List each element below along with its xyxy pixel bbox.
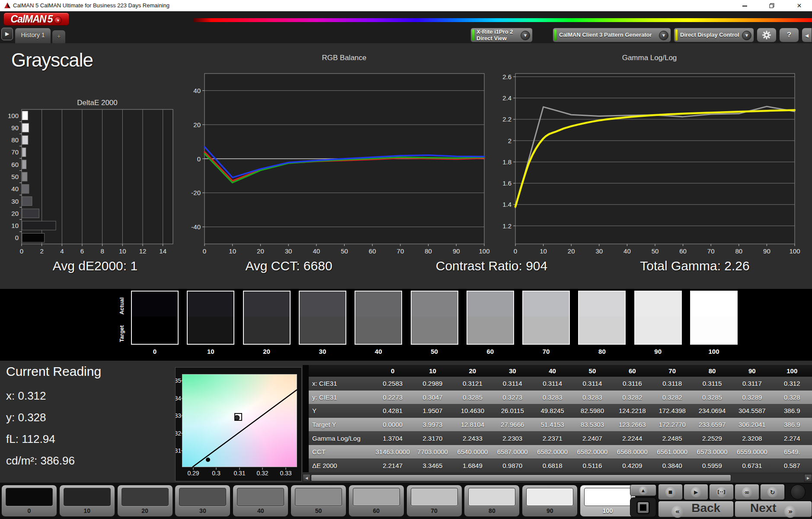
target-swatch — [523, 317, 569, 344]
pattern-button-50[interactable]: 50 — [291, 485, 346, 517]
table-cell: 26.0115 — [492, 407, 532, 414]
nav-play-icon: ▶ — [5, 31, 9, 37]
table-cell: 0.3840 — [652, 462, 692, 469]
table-cell: 2.2147 — [373, 462, 412, 469]
pattern-button-80[interactable]: 80 — [464, 485, 520, 517]
tab-add-button[interactable]: + — [52, 30, 66, 43]
back-label: Back — [691, 501, 720, 515]
pattern-button-10[interactable]: 10 — [59, 485, 115, 517]
svg-text:0.33: 0.33 — [176, 412, 181, 419]
deltae-chart: 100908070605040302010002468101214 — [8, 109, 173, 255]
display-control-button[interactable]: Direct Display Control ▼ — [674, 28, 754, 42]
svg-text:50: 50 — [11, 173, 19, 180]
svg-text:70: 70 — [11, 148, 19, 156]
settings-button[interactable] — [757, 28, 777, 42]
close-icon: × — [797, 1, 802, 10]
restore-button[interactable] — [762, 0, 781, 11]
svg-text:4: 4 — [60, 247, 64, 255]
table-cell: 2.2244 — [612, 435, 652, 442]
stop-button[interactable]: ■ — [658, 484, 683, 500]
pattern-generator-button[interactable]: CalMAN Client 3 Pattern Generator ▼ — [553, 28, 671, 42]
calman-app-icon — [3, 2, 11, 11]
pattern-level-label: 70 — [407, 507, 462, 514]
window-titlebar: CalMAN 5 CalMAN Ultimate for Business 22… — [0, 0, 812, 11]
svg-text:40: 40 — [193, 87, 201, 94]
pattern-button-100[interactable]: 100 — [580, 485, 636, 517]
svg-text:0.29: 0.29 — [187, 470, 199, 477]
table-cell: 1.6849 — [453, 462, 492, 469]
pattern-button-70[interactable]: 70 — [406, 485, 462, 517]
table-scrollbar[interactable]: ◀ ▶ — [303, 474, 812, 482]
minimize-button[interactable] — [735, 0, 754, 11]
pattern-button-60[interactable]: 60 — [348, 485, 404, 517]
table-cell: 2.2407 — [572, 435, 612, 442]
reading-fl: fL: 112.94 — [6, 432, 55, 446]
charts-canvas: 10090807060504030201000246810121440200-2… — [0, 43, 812, 289]
table-cell: 3.9973 — [412, 421, 452, 428]
svg-text:100: 100 — [479, 247, 489, 255]
svg-text:90: 90 — [11, 124, 19, 131]
scrollbar-thumb[interactable] — [311, 474, 731, 481]
table-row: CCT31463.00007703.00006540.00006587.0000… — [309, 445, 812, 459]
actual-row-label: Actual — [118, 298, 125, 315]
step-button[interactable]: [··] — [709, 484, 734, 500]
swatch-level-label: 70 — [522, 348, 570, 355]
row-label: ΔE 2000 — [309, 462, 373, 469]
swatch-level-label: 10 — [187, 348, 234, 355]
pattern-window-button[interactable] — [630, 497, 656, 517]
current-reading-title: Current Reading — [6, 364, 101, 379]
actual-swatch — [635, 292, 681, 317]
pattern-level-label: 90 — [522, 507, 577, 514]
table-cell: 2.3208 — [732, 435, 772, 442]
table-cell: 0.4209 — [612, 462, 652, 469]
close-button[interactable]: × — [790, 0, 809, 11]
workflow-nav-button[interactable]: ▶ — [1, 28, 13, 40]
table-cell: 124.2218 — [612, 407, 652, 414]
pattern-button-90[interactable]: 90 — [522, 485, 578, 517]
svg-text:14: 14 — [159, 247, 166, 255]
pattern-button-0[interactable]: 0 — [1, 485, 57, 517]
pattern-button-40[interactable]: 40 — [233, 485, 288, 517]
step-icon: [··] — [716, 487, 727, 497]
help-button[interactable]: ? — [779, 28, 799, 42]
window-title: CalMAN 5 CalMAN Ultimate for Business 22… — [13, 2, 169, 9]
measurement-table: 0102030405060708090100x: CIE310.25830.29… — [309, 365, 812, 473]
pattern-up-button[interactable]: ▲ — [630, 484, 656, 496]
table-cell: 1.9507 — [412, 407, 452, 414]
table-cell: 0.3273 — [492, 394, 532, 401]
column-header-0: 0 — [373, 367, 412, 375]
pattern-button-30[interactable]: 30 — [175, 485, 230, 517]
pattern-button-20[interactable]: 20 — [117, 485, 173, 517]
collapse-panel-button[interactable]: ◀ — [802, 28, 812, 42]
calman-logo-button[interactable]: CalMAN5▼ — [3, 13, 69, 26]
scroll-right-button[interactable]: ▶ — [804, 474, 812, 482]
scroll-left-button[interactable]: ◀ — [303, 474, 310, 482]
table-cell: 6582.0000 — [532, 448, 572, 455]
back-button[interactable]: « Back — [658, 501, 734, 517]
pattern-generator-label: CalMAN Client 3 Pattern Generator — [559, 32, 652, 38]
svg-text:100: 100 — [8, 112, 19, 119]
svg-text:20: 20 — [193, 121, 201, 128]
actual-swatch — [132, 292, 178, 317]
swatch-level-label: 60 — [467, 348, 514, 355]
next-label: Next — [750, 501, 777, 515]
grayscale-swatch-30 — [299, 291, 346, 345]
table-cell: 172.4398 — [652, 407, 692, 414]
play-button[interactable]: ▶ — [684, 484, 708, 500]
grayscale-swatch-100 — [690, 291, 738, 345]
refresh-button[interactable]: ↻ — [760, 484, 785, 500]
actual-swatch — [691, 292, 737, 317]
logo-version: 5 — [48, 13, 53, 25]
tab-history-1[interactable]: History 1 — [15, 28, 51, 43]
meter-select-button[interactable]: X-Rite i1Pro 2 Direct View ▼ — [470, 28, 533, 42]
table-cell: 31463.0000 — [373, 448, 412, 455]
loop-button[interactable]: ∞ — [735, 484, 759, 500]
next-button[interactable]: Next » — [735, 501, 812, 517]
table-cell: 234.0694 — [692, 407, 732, 414]
restore-icon — [769, 3, 774, 8]
table-cell: 0.0000 — [373, 421, 412, 428]
loop-icon: ∞ — [742, 487, 752, 497]
svg-text:2: 2 — [508, 137, 511, 144]
lower-panel: Current Reading x: 0.312 y: 0.328 fL: 11… — [0, 361, 812, 483]
rgb_balance-chart: 40200-20-400102030405060708090100 — [191, 74, 489, 255]
